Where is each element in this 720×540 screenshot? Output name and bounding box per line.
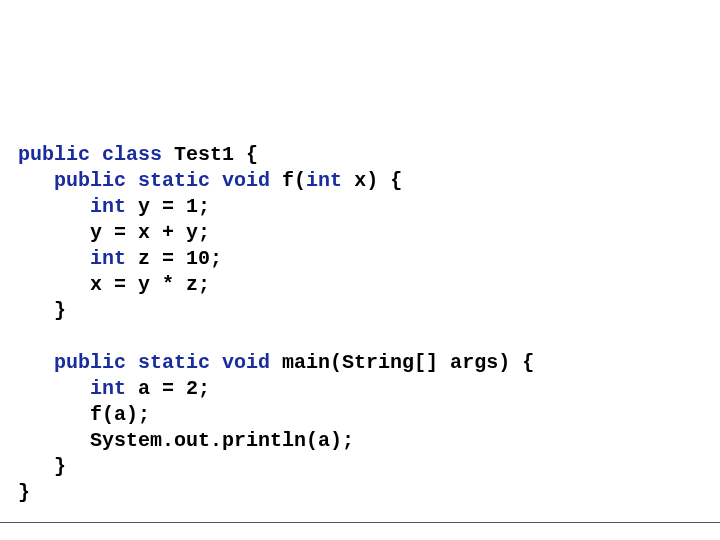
keyword-public: public <box>18 143 90 166</box>
space <box>126 351 138 374</box>
space <box>90 143 102 166</box>
space <box>210 169 222 192</box>
keyword-int: int <box>90 195 126 218</box>
divider-line <box>0 522 720 523</box>
decl-a: a = 2; <box>126 377 210 400</box>
keyword-int: int <box>90 377 126 400</box>
indent <box>18 247 90 270</box>
keyword-public: public <box>54 351 126 374</box>
indent <box>18 351 54 374</box>
line-1: public class Test1 { <box>18 143 258 166</box>
line-11: f(a); <box>18 403 150 426</box>
keyword-static: static <box>138 351 210 374</box>
method-f-open: f( <box>270 169 306 192</box>
line-9: public static void main(String[] args) { <box>18 351 534 374</box>
class-name: Test1 <box>174 143 234 166</box>
keyword-void: void <box>222 351 270 374</box>
line-6: x = y * z; <box>18 273 210 296</box>
java-code-snippet: public class Test1 { public static void … <box>18 116 702 506</box>
space <box>162 143 174 166</box>
line-4: y = x + y; <box>18 221 210 244</box>
keyword-public: public <box>54 169 126 192</box>
line-3: int y = 1; <box>18 195 210 218</box>
decl-y: y = 1; <box>126 195 210 218</box>
line-13: } <box>18 455 66 478</box>
line-2: public static void f(int x) { <box>18 169 402 192</box>
open-brace: { <box>234 143 258 166</box>
line-14: } <box>18 481 30 504</box>
keyword-int: int <box>90 247 126 270</box>
line-7: } <box>18 299 66 322</box>
method-f-param: x) { <box>342 169 402 192</box>
line-10: int a = 2; <box>18 377 210 400</box>
line-5: int z = 10; <box>18 247 222 270</box>
indent <box>18 169 54 192</box>
space <box>210 351 222 374</box>
indent <box>18 195 90 218</box>
line-12: System.out.println(a); <box>18 429 354 452</box>
keyword-int: int <box>306 169 342 192</box>
keyword-static: static <box>138 169 210 192</box>
decl-z: z = 10; <box>126 247 222 270</box>
method-main-sig: main(String[] args) { <box>270 351 534 374</box>
indent <box>18 377 90 400</box>
keyword-class: class <box>102 143 162 166</box>
space <box>126 169 138 192</box>
keyword-void: void <box>222 169 270 192</box>
